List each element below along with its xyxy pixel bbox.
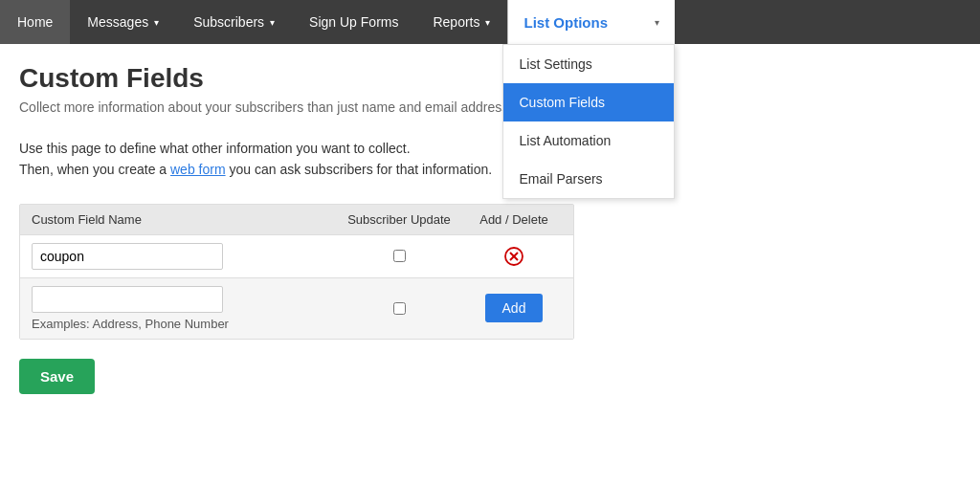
nav-subscribers-label: Subscribers — [193, 14, 264, 30]
page-title: Custom Fields — [19, 63, 961, 94]
custom-fields-table: Custom Field Name Subscriber Update Add … — [19, 204, 574, 340]
nav-signup-forms-label: Sign Up Forms — [309, 14, 398, 30]
field-name-input[interactable] — [32, 243, 223, 270]
subscriber-update-checkbox[interactable] — [393, 250, 406, 262]
col-header-name: Custom Field Name — [32, 212, 332, 227]
dropdown-list-automation[interactable]: List Automation — [503, 121, 674, 160]
nav-messages-label: Messages — [87, 14, 148, 30]
page-description: Use this page to define what other infor… — [19, 138, 961, 181]
chevron-down-icon: ▾ — [154, 17, 159, 28]
nav-reports-label: Reports — [433, 14, 479, 30]
col-header-update: Subscriber Update — [332, 212, 466, 227]
delete-cell — [466, 246, 562, 267]
nav-home-label: Home — [17, 14, 53, 30]
examples-text: Examples: Address, Phone Number — [32, 317, 332, 331]
nav-signup-forms[interactable]: Sign Up Forms — [292, 0, 415, 44]
table-row — [20, 235, 573, 278]
nav-list-options[interactable]: List Options ▾ List Settings Custom Fiel… — [507, 0, 675, 44]
new-subscriber-update-checkbox[interactable] — [393, 302, 406, 315]
nav-subscribers[interactable]: Subscribers ▾ — [176, 0, 292, 44]
add-field-row: Examples: Address, Phone Number Add — [20, 278, 573, 339]
page-subtitle: Collect more information about your subs… — [19, 99, 961, 115]
list-options-dropdown: List Settings Custom Fields List Automat… — [502, 44, 675, 199]
new-subscriber-update-cell — [332, 302, 466, 315]
new-field-input[interactable] — [32, 286, 223, 313]
dropdown-list-settings[interactable]: List Settings — [503, 45, 674, 83]
list-options-label: List Options — [523, 14, 608, 31]
add-field-content: Examples: Address, Phone Number — [32, 286, 332, 331]
nav-messages[interactable]: Messages ▾ — [70, 0, 176, 44]
chevron-down-icon: ▾ — [485, 17, 490, 28]
nav-reports[interactable]: Reports ▾ — [415, 0, 507, 44]
table-header: Custom Field Name Subscriber Update Add … — [20, 205, 573, 235]
dropdown-custom-fields[interactable]: Custom Fields — [503, 83, 674, 121]
subscriber-update-cell — [332, 250, 466, 262]
nav-home[interactable]: Home — [0, 0, 70, 44]
web-form-link[interactable]: web form — [170, 162, 226, 177]
add-button[interactable]: Add — [485, 294, 544, 322]
main-content: Custom Fields Collect more information a… — [0, 44, 980, 413]
col-header-delete: Add / Delete — [466, 212, 562, 227]
description-line2-suffix: you can ask subscribers for that informa… — [226, 162, 493, 177]
main-nav: Home Messages ▾ Subscribers ▾ Sign Up Fo… — [0, 0, 980, 44]
field-name-cell — [32, 243, 332, 270]
chevron-down-icon: ▾ — [655, 17, 659, 28]
save-button[interactable]: Save — [19, 359, 95, 394]
chevron-down-icon: ▾ — [270, 17, 275, 28]
delete-icon[interactable] — [503, 246, 524, 267]
dropdown-email-parsers[interactable]: Email Parsers — [503, 160, 674, 198]
description-line2-prefix: Then, when you create a — [19, 162, 170, 177]
description-line1: Use this page to define what other infor… — [19, 141, 411, 156]
add-cell: Add — [466, 294, 562, 322]
